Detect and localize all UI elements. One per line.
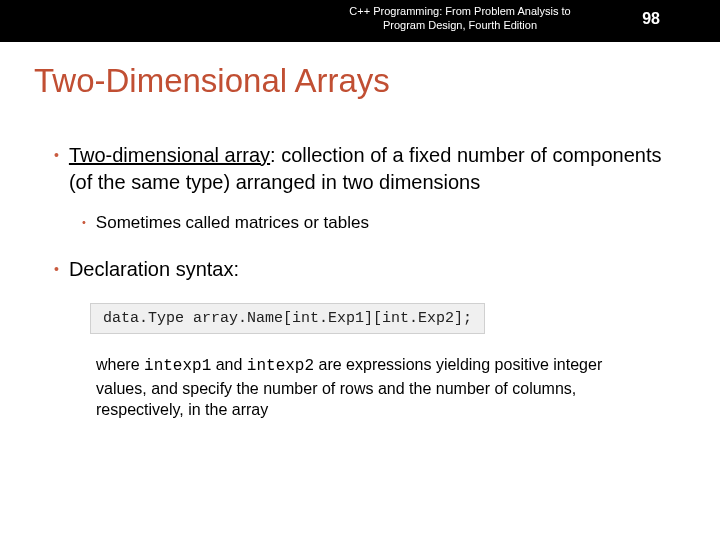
bullet-syntax: • Declaration syntax: bbox=[54, 256, 686, 283]
bullet-icon: • bbox=[82, 216, 86, 234]
where-pre: where bbox=[96, 356, 144, 373]
slide-title: Two-Dimensional Arrays bbox=[34, 62, 686, 100]
where-mid1: and bbox=[211, 356, 247, 373]
book-title: C++ Programming: From Problem Analysis t… bbox=[330, 4, 590, 33]
slide-content: Two-Dimensional Arrays • Two-dimensional… bbox=[0, 42, 720, 421]
syntax-declaration-box: data.Type array.Name[int.Exp1][int.Exp2]… bbox=[90, 303, 485, 334]
bullet-text: Two-dimensional array: collection of a f… bbox=[69, 142, 686, 196]
bullet-icon: • bbox=[54, 147, 59, 196]
sub-bullet-text: Sometimes called matrices or tables bbox=[96, 212, 369, 234]
syntax-code: data.Type array.Name[int.Exp1][int.Exp2]… bbox=[103, 310, 472, 327]
bullet-definition: • Two-dimensional array: collection of a… bbox=[54, 142, 686, 196]
sub-bullet: • Sometimes called matrices or tables bbox=[82, 212, 686, 234]
page-number: 98 bbox=[642, 10, 660, 28]
bullet-icon: • bbox=[54, 261, 59, 283]
where-code1: intexp1 bbox=[144, 357, 211, 375]
where-clause: where intexp1 and intexp2 are expression… bbox=[96, 354, 646, 421]
term: Two-dimensional array bbox=[69, 144, 270, 166]
slide-header: C++ Programming: From Problem Analysis t… bbox=[0, 0, 720, 42]
where-code2: intexp2 bbox=[247, 357, 314, 375]
bullet-text: Declaration syntax: bbox=[69, 256, 239, 283]
